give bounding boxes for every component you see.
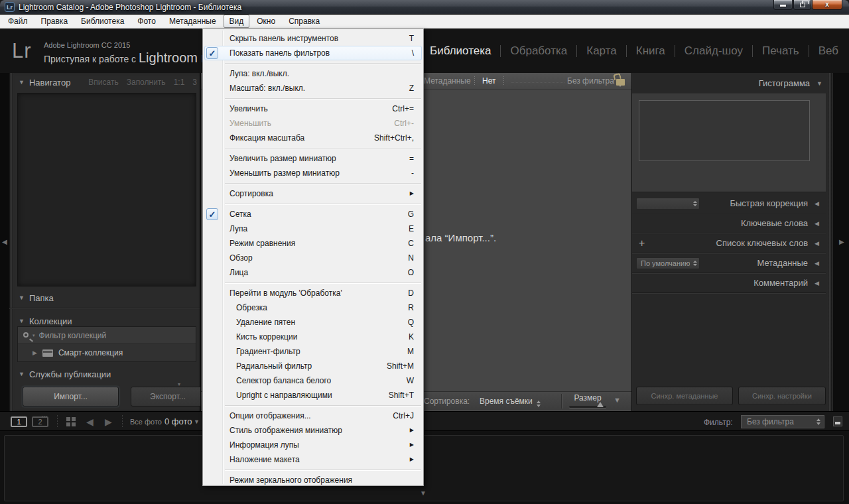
- navigator-header[interactable]: ▼ Навигатор ВписатьЗаполнить1:13: [9, 73, 200, 92]
- add-icon[interactable]: +: [639, 237, 645, 249]
- minimize-button[interactable]: [773, 0, 793, 10]
- menu-item[interactable]: ЛупаE: [203, 221, 423, 236]
- import-button[interactable]: Импорт...: [23, 387, 119, 407]
- menu-item[interactable]: ✓Показать панель фильтров\: [204, 46, 422, 60]
- navigator-zoom-option[interactable]: Вписать: [88, 78, 118, 87]
- previous-photo-icon[interactable]: ◀: [86, 416, 94, 427]
- preset-dropdown[interactable]: По умолчанию: [636, 257, 700, 269]
- menubar-item[interactable]: Правка: [35, 15, 74, 28]
- menu-item[interactable]: УменьшитьCtrl+-: [203, 116, 423, 131]
- menu-item[interactable]: Уменьшить размер миниатюр-: [203, 166, 423, 180]
- menu-item[interactable]: Радиальный фильтрShift+M: [203, 359, 423, 373]
- expand-triangle-icon[interactable]: ▶: [33, 349, 37, 356]
- menubar-item[interactable]: Справка: [283, 15, 326, 28]
- source-dropdown-icon[interactable]: ▼: [194, 418, 200, 425]
- section-title: Ключевые слова: [741, 218, 808, 228]
- smart-collection-item[interactable]: ▶ Смарт-коллекция: [18, 344, 196, 361]
- section-title: Метаданные: [757, 258, 809, 268]
- sync-settings-button[interactable]: Синхр. настройки: [738, 387, 826, 405]
- filter-tab-none[interactable]: Нет: [482, 76, 495, 86]
- menu-item[interactable]: Лупа: вкл./выкл.: [203, 66, 423, 81]
- slider-thumb[interactable]: [597, 402, 604, 407]
- right-panel-grip[interactable]: [828, 73, 832, 411]
- menu-item[interactable]: Режим зеркального отображения: [203, 473, 423, 487]
- filmstrip-filter-dropdown[interactable]: Без фильтра: [741, 415, 824, 428]
- filter-toggle-button[interactable]: [833, 416, 842, 426]
- collapse-left-panel-icon[interactable]: ◀: [2, 238, 7, 245]
- menu-item[interactable]: Селектор баланса белогоW: [203, 373, 423, 388]
- sync-metadata-button[interactable]: Синхр. метаданные: [636, 387, 733, 405]
- right-panel-section[interactable]: Ключевые слова◀: [632, 214, 826, 233]
- sort-dropdown[interactable]: Время съёмки: [480, 397, 541, 407]
- menu-item-label: Обзор: [229, 251, 253, 265]
- menubar-item[interactable]: Метаданные: [163, 15, 222, 28]
- right-panel-edge[interactable]: ▶: [833, 73, 849, 411]
- menu-item[interactable]: Скрыть панель инструментовT: [203, 31, 423, 46]
- module-tab[interactable]: Обработка: [510, 44, 567, 58]
- module-tab[interactable]: Карта: [586, 44, 617, 58]
- right-panel-section[interactable]: Быстрая коррекция◀: [632, 194, 826, 214]
- collapse-right-panel-icon[interactable]: ▶: [839, 238, 844, 245]
- module-tab[interactable]: Слайд-шоу: [685, 44, 743, 58]
- menu-item[interactable]: Масштаб: вкл./выкл.Z: [203, 81, 423, 95]
- menubar-item[interactable]: Фото: [131, 15, 162, 28]
- navigator-zoom-option[interactable]: Заполнить: [127, 78, 166, 87]
- module-tab[interactable]: Печать: [762, 44, 799, 58]
- publish-services-header[interactable]: ▼ Службы публикации: [9, 366, 200, 382]
- menu-item[interactable]: ЛицаO: [203, 265, 423, 280]
- menu-item[interactable]: Upright с направляющимиShift+T: [203, 388, 423, 403]
- export-button[interactable]: Экспорт...: [131, 387, 205, 407]
- left-panel-edge[interactable]: ◀: [0, 73, 9, 411]
- menu-item[interactable]: Стиль отображения миниатюр▶: [203, 423, 423, 438]
- menubar-item[interactable]: Библиотека: [75, 15, 130, 28]
- menu-item[interactable]: Увеличить размер миниатюр=: [203, 151, 423, 166]
- filter-tab-metadata[interactable]: Метаданные: [424, 76, 471, 86]
- folder-section-header[interactable]: ▼ Папка: [9, 290, 200, 306]
- right-panel-section[interactable]: По умолчаниюМетаданные◀: [632, 253, 826, 273]
- menu-item[interactable]: Градиент-фильтрM: [203, 344, 423, 359]
- right-panel-section[interactable]: +Список ключевых слов◀: [632, 233, 826, 253]
- menu-item-label: Радиальный фильтр: [236, 359, 312, 373]
- left-panel-grip[interactable]: [10, 73, 13, 411]
- size-slider[interactable]: [569, 406, 606, 408]
- module-tab[interactable]: Книга: [636, 44, 665, 58]
- restore-button[interactable]: [793, 0, 811, 10]
- navigator-zoom-option[interactable]: 3: [192, 78, 197, 87]
- menu-item[interactable]: Режим сравненияC: [203, 236, 423, 251]
- filter-lock-icon[interactable]: [616, 79, 625, 86]
- histogram-header[interactable]: Гистограмма ▼: [759, 78, 822, 88]
- menu-item-shortcut: N: [408, 251, 414, 265]
- menubar-item-view[interactable]: Вид: [224, 15, 250, 28]
- title-bar[interactable]: Lr Lightroom Catalog - Adobe Photoshop L…: [0, 0, 849, 15]
- menu-item[interactable]: Информация лупы▶: [203, 438, 423, 452]
- second-window-button[interactable]: 2: [32, 416, 48, 427]
- sort-value: Время съёмки: [480, 397, 533, 406]
- menu-item[interactable]: Наложение макета▶: [203, 452, 423, 467]
- close-button[interactable]: x: [812, 0, 842, 10]
- menu-item[interactable]: Перейти в модуль 'Обработка'D: [203, 286, 423, 300]
- bottom-panel-collapse-icon[interactable]: ▼: [420, 489, 426, 497]
- menubar-item[interactable]: Окно: [251, 15, 281, 28]
- menu-item[interactable]: Кисть коррекцииK: [203, 330, 423, 344]
- toolbar-options-dropdown-icon[interactable]: ▼: [614, 396, 621, 404]
- menu-item[interactable]: ОбзорN: [203, 251, 423, 265]
- module-tab[interactable]: Библиотека: [430, 44, 491, 58]
- main-window-button[interactable]: 1: [11, 416, 27, 427]
- menu-item[interactable]: Опции отображения...Ctrl+J: [203, 409, 423, 423]
- grid-view-icon[interactable]: [66, 417, 76, 426]
- preset-dropdown[interactable]: [636, 198, 700, 210]
- navigator-zoom-option[interactable]: 1:1: [174, 78, 185, 87]
- menu-item[interactable]: Удаление пятенQ: [203, 315, 423, 330]
- menu-item[interactable]: ✓СеткаG: [203, 207, 423, 221]
- spinner-icon: [693, 261, 697, 266]
- menu-item[interactable]: Сортировка▶: [203, 186, 423, 201]
- module-tab[interactable]: Веб: [818, 44, 838, 58]
- menu-item[interactable]: Фиксация масштабаShift+Ctrl+,: [203, 131, 423, 145]
- all-photos-label[interactable]: Все фото: [130, 418, 162, 426]
- collections-filter-input[interactable]: ▾ Фильтр коллекций: [18, 327, 196, 344]
- menu-item[interactable]: УвеличитьCtrl+=: [203, 101, 423, 116]
- menubar-item[interactable]: Файл: [2, 15, 34, 28]
- menu-item[interactable]: ОбрезкаR: [203, 300, 423, 315]
- right-panel-section[interactable]: Комментарий◀: [632, 273, 826, 293]
- next-photo-icon[interactable]: ▶: [105, 416, 112, 427]
